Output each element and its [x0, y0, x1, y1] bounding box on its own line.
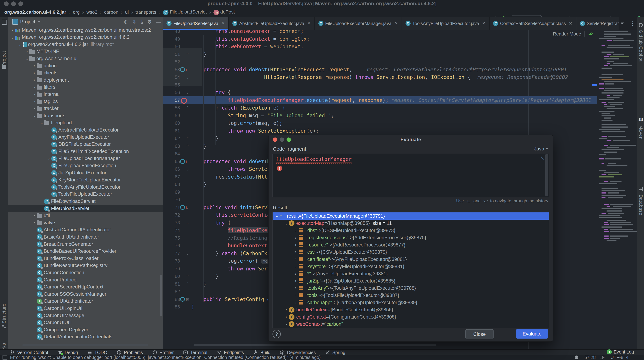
result-row[interactable]: ›fconfigContext = {ConfigurationContext@…	[273, 313, 548, 320]
close-tab-icon[interactable]: ✕	[569, 21, 572, 26]
close-tab-icon[interactable]: ✕	[482, 21, 486, 26]
tree-item-carbonuiloginutil[interactable]: CCarbonUILoginUtil	[8, 305, 163, 312]
chevron-expanded-icon[interactable]: ⌄	[18, 42, 22, 47]
line-number[interactable]: 58	[163, 104, 180, 112]
chevron-expanded-icon[interactable]: ⌄	[39, 120, 44, 125]
maven-m-icon[interactable]: m	[638, 115, 644, 122]
tree-item-fileuploadexecutormanager[interactable]: ›CFileUploadExecutorManager	[8, 155, 163, 162]
result-row[interactable]: ›"dbs" -> {DBSFileUploadExecutor@39873}	[273, 227, 548, 234]
tree-item-abstractcarbonuiauthenticator[interactable]: CAbstractCarbonUIAuthenticator	[8, 226, 163, 234]
collapse-all-icon[interactable]: ⤓	[141, 19, 143, 25]
tree-item-carbonuiutil[interactable]: CCarbonUIUtil	[8, 319, 163, 326]
chevron-expanded-icon[interactable]: ⌄	[10, 35, 15, 40]
tool-window-button-problems[interactable]: Problems	[117, 350, 143, 355]
tree-item-fileuploadfailedexception[interactable]: CFileUploadFailedException	[8, 162, 163, 169]
evaluate-button[interactable]: Evaluate	[516, 329, 548, 338]
result-row[interactable]: ›"registryextensions" -> {AddExtensionPr…	[273, 234, 548, 241]
sidebar-item-project[interactable]: Project	[2, 27, 7, 66]
chevron-collapsed-icon[interactable]: ›	[32, 213, 37, 218]
breadcrumb-item[interactable]: mdoPost	[214, 9, 235, 15]
line-number[interactable]: 82	[163, 288, 180, 295]
encoding-widget[interactable]: UTF-8	[610, 354, 623, 360]
result-row[interactable]: ›"resource" -> {AddResourceProcessor@398…	[273, 241, 548, 248]
minimap-viewport[interactable]	[163, 48, 202, 86]
hidden-tabs-chevron-icon[interactable]	[620, 23, 624, 25]
fold-marker-icon[interactable]: ⌄	[186, 250, 189, 257]
fold-marker-icon[interactable]: ⌃	[186, 280, 189, 288]
line-number[interactable]: 63	[163, 142, 180, 150]
tree-item-jarzipuploadexecutor[interactable]: CJarZipUploadExecutor	[8, 169, 163, 176]
tree-item-action[interactable]: ›action	[8, 62, 163, 69]
project-vertical-scrollbar[interactable]	[160, 275, 162, 316]
chevron-collapsed-icon[interactable]: ›	[294, 228, 298, 233]
chevron-collapsed-icon[interactable]: ›	[32, 220, 37, 225]
editor-tab[interactable]: CAbstractFileUploadExecutor.java✕	[229, 17, 314, 30]
tree-item-bundleresourcepathregistry[interactable]: CBundleResourcePathRegistry	[8, 262, 163, 269]
tree-item-taglibs[interactable]: ›taglibs	[8, 98, 163, 105]
tree-item-toolsfileuploadexecutor[interactable]: CToolsFileUploadExecutor	[8, 191, 163, 198]
input-scrollbar[interactable]	[545, 154, 548, 196]
chevron-collapsed-icon[interactable]: ›	[32, 71, 37, 75]
chevron-collapsed-icon[interactable]: ›	[32, 63, 37, 68]
tree-item-maven-org-wso2-carbon-org-wso2-carbon-ui[interactable]: ›Maven: org.wso2.carbon:org.wso2.carbon.…	[8, 27, 163, 34]
result-row[interactable]: ⌄fexecutorMap = {HashMap@39855}size = 11	[273, 220, 548, 227]
tool-window-button-build[interactable]: Build	[253, 350, 270, 355]
tree-item-filedownloadservlet[interactable]: CFileDownloadServlet	[8, 198, 163, 205]
chevron-collapsed-icon[interactable]: ›	[32, 78, 37, 82]
chevron-collapsed-icon[interactable]: ›	[294, 243, 298, 247]
tool-window-switcher-icon[interactable]	[2, 355, 7, 360]
event-log-button[interactable]: 1 Event Log	[607, 349, 634, 354]
tab-options-kebab-icon[interactable]: ⋮	[630, 20, 636, 27]
tool-window-button-spring[interactable]: Spring	[325, 350, 345, 355]
tree-item-anyfileuploadexecutor[interactable]: CAnyFileUploadExecutor	[8, 133, 163, 141]
result-row[interactable]: ›fbundleContext = {BundleContextImpl@398…	[273, 306, 548, 313]
breadcrumb-item[interactable]: carbon	[104, 9, 118, 15]
tree-item-keystorefileuploadexecutor[interactable]: CKeyStoreFileUploadExecutor	[8, 176, 163, 184]
tree-item-filesizelimitexceededexception[interactable]: CFileSizeLimitExceededException	[8, 148, 163, 155]
editor-tab[interactable]: CFileUploadServlet.java✕	[163, 17, 229, 30]
result-row[interactable]: ›"toolsAny" -> {ToolsAnyFileUploadExecut…	[273, 284, 548, 292]
chevron-collapsed-icon[interactable]: ›	[10, 28, 15, 33]
override-method-icon[interactable]: ↑	[180, 159, 188, 164]
fold-marker-icon[interactable]: ⌃	[186, 272, 189, 280]
project-horizontal-scrollbar[interactable]	[22, 344, 148, 346]
panel-settings-gear-icon[interactable]: ⚙	[147, 19, 152, 25]
tree-item-fileuploadservlet[interactable]: CFileUploadServlet	[8, 205, 163, 212]
line-ending-widget[interactable]: LF	[599, 354, 604, 360]
language-selector[interactable]: Java	[534, 146, 548, 152]
fold-marker-icon[interactable]: ⌄	[186, 89, 189, 96]
breadcrumb-item[interactable]: wso2	[86, 9, 97, 15]
caret-position-widget[interactable]: 57:28	[584, 354, 596, 360]
fold-marker-icon[interactable]: ⌃	[186, 135, 189, 142]
chevron-collapsed-icon[interactable]: ›	[294, 300, 298, 305]
tool-window-button-version-control[interactable]: Version Control	[10, 350, 48, 355]
breadcrumb-item[interactable]: ui	[125, 9, 129, 15]
tree-item-defaultauthenticatorcredentials[interactable]: CDefaultAuthenticatorCredentials	[8, 333, 163, 340]
line-number[interactable]: 59	[163, 112, 180, 119]
line-number[interactable]: 60	[163, 119, 180, 127]
tree-item-carbonuiauthenticator[interactable]: ICarbonUIAuthenticator	[8, 298, 163, 305]
line-number[interactable]: 57	[163, 96, 180, 104]
close-tab-icon[interactable]: ✕	[307, 21, 311, 26]
close-tab-icon[interactable]: ✕	[221, 21, 225, 26]
result-row[interactable]: ›"keystore" -> {AnyFileUploadExecutor@39…	[273, 263, 548, 270]
tree-item-carbonprotocol[interactable]: CCarbonProtocol	[8, 276, 163, 283]
line-number[interactable]: 65	[163, 158, 180, 165]
result-row[interactable]: ⌄∞result = {FileUploadExecutorManager@39…	[273, 213, 548, 220]
tree-item-valve[interactable]: ›valve	[8, 219, 163, 226]
fold-marker-icon[interactable]: ⌄	[186, 165, 189, 173]
line-number[interactable]: 75	[163, 234, 180, 242]
tree-item-tracker[interactable]: ›tracker	[8, 105, 163, 112]
chevron-collapsed-icon[interactable]: ›	[294, 279, 298, 283]
line-number[interactable]: 72	[163, 211, 180, 219]
project-tool-icon[interactable]	[2, 20, 7, 25]
chevron-collapsed-icon[interactable]: ›	[284, 322, 289, 326]
tree-item-basicauthuiauthenticator[interactable]: CBasicAuthUIAuthenticator	[8, 233, 163, 241]
tree-item-filters[interactable]: ›filters	[8, 84, 163, 91]
tree-item-fileupload[interactable]: ⌄fileupload	[8, 119, 163, 126]
line-number[interactable]: 79	[163, 265, 180, 273]
chevron-expanded-icon[interactable]: ⌄	[25, 56, 29, 61]
sidebar-item-maven[interactable]: Maven	[638, 125, 644, 165]
chevron-collapsed-icon[interactable]: ›	[32, 92, 37, 97]
tree-item-util[interactable]: ›util	[8, 212, 163, 219]
